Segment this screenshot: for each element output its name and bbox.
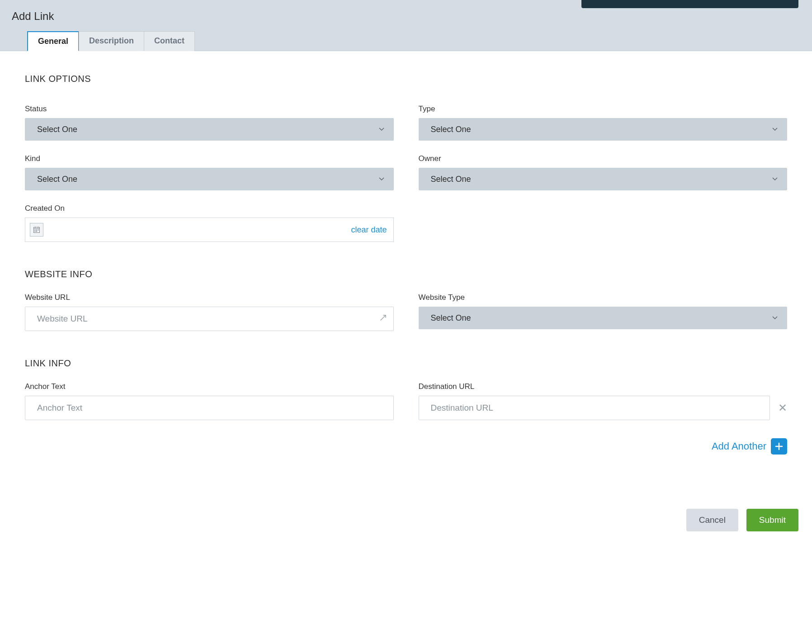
svg-rect-5 <box>36 230 37 231</box>
chevron-down-icon <box>379 128 384 131</box>
label-destination-url: Destination URL <box>419 382 788 391</box>
chevron-down-icon <box>772 128 778 131</box>
svg-rect-7 <box>35 231 36 232</box>
chevron-down-icon <box>379 177 384 181</box>
chevron-down-icon <box>772 316 778 320</box>
input-anchor-text[interactable] <box>25 396 394 420</box>
form-body: LINK OPTIONS Status Select One Type Sele… <box>0 51 812 468</box>
submit-button[interactable]: Submit <box>746 509 798 531</box>
select-kind-value: Select One <box>37 175 77 184</box>
select-status[interactable]: Select One <box>25 118 394 141</box>
section-link-options-title: LINK OPTIONS <box>25 74 787 84</box>
submit-button-label: Submit <box>759 515 786 525</box>
dark-strip <box>581 0 798 8</box>
add-another-link[interactable]: Add Another <box>712 440 766 452</box>
select-owner[interactable]: Select One <box>419 168 788 190</box>
header-bar: Add Link General Description Contact <box>0 0 812 51</box>
svg-rect-4 <box>35 230 36 231</box>
cancel-button-label: Cancel <box>699 515 726 525</box>
clear-date-link[interactable]: clear date <box>351 225 387 235</box>
cancel-button[interactable]: Cancel <box>686 509 738 531</box>
input-website-url[interactable] <box>25 307 394 331</box>
label-created-on: Created On <box>25 204 394 213</box>
date-created-on[interactable]: clear date <box>25 218 394 242</box>
label-website-url: Website URL <box>25 293 394 302</box>
select-website-type-value: Select One <box>431 313 471 323</box>
label-owner: Owner <box>419 154 788 163</box>
chevron-down-icon <box>772 177 778 181</box>
select-type-value: Select One <box>431 125 471 134</box>
select-website-type[interactable]: Select One <box>419 307 788 329</box>
tab-list: General Description Contact <box>0 31 812 51</box>
tab-label: Description <box>89 36 134 45</box>
tab-label: Contact <box>154 36 184 45</box>
tab-general[interactable]: General <box>27 31 79 51</box>
select-type[interactable]: Select One <box>419 118 788 141</box>
tab-label: General <box>38 37 68 46</box>
select-status-value: Select One <box>37 125 77 134</box>
svg-rect-6 <box>38 230 39 231</box>
tab-contact[interactable]: Contact <box>144 31 195 51</box>
select-owner-value: Select One <box>431 175 471 184</box>
label-type: Type <box>419 104 788 114</box>
svg-rect-8 <box>36 231 37 232</box>
select-kind[interactable]: Select One <box>25 168 394 190</box>
external-link-icon <box>379 314 387 324</box>
page-title: Add Link <box>0 10 812 31</box>
label-kind: Kind <box>25 154 394 163</box>
plus-icon[interactable] <box>771 438 787 455</box>
label-status: Status <box>25 104 394 114</box>
tab-description[interactable]: Description <box>79 31 144 51</box>
add-another-row: Add Another <box>25 438 787 455</box>
calendar-icon <box>30 223 43 237</box>
label-website-type: Website Type <box>419 293 788 302</box>
close-icon[interactable]: ✕ <box>778 402 787 413</box>
footer-bar: Cancel Submit <box>0 495 812 540</box>
input-destination-url[interactable] <box>419 396 770 420</box>
label-anchor-text: Anchor Text <box>25 382 394 391</box>
section-link-info-title: LINK INFO <box>25 358 787 369</box>
section-website-info-title: WEBSITE INFO <box>25 269 787 279</box>
